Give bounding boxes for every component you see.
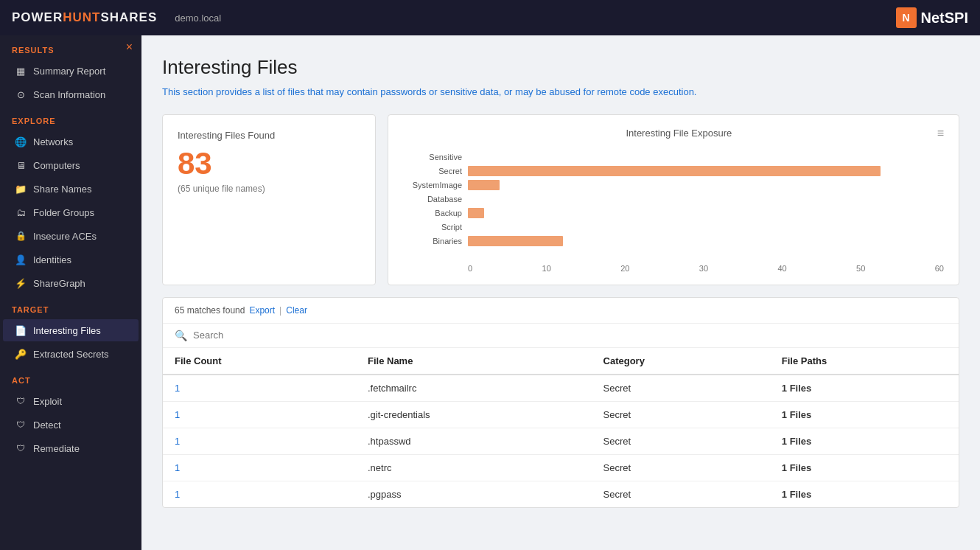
netspi-icon: N: [896, 7, 917, 28]
summary-report-icon: ▦: [15, 65, 27, 77]
sidebar-item-share-names[interactable]: 📁 Share Names: [3, 178, 139, 200]
bar-container: [468, 222, 944, 232]
axis-label: 30: [699, 264, 708, 273]
detect-icon: 🛡: [15, 419, 27, 431]
remediate-icon: 🛡: [15, 442, 27, 454]
networks-icon: 🌐: [15, 136, 27, 147]
table-row: 1.pgpassSecret1 Files: [163, 481, 959, 507]
brand-power: POWER: [12, 10, 63, 25]
table-section: 65 matches found Export | Clear 🔍 File C…: [162, 297, 959, 508]
sidebar-item-label: Computers: [33, 160, 127, 171]
main-layout: × RESULTS ▦ Summary Report ⊙ Scan Inform…: [0, 35, 980, 550]
sidebar-item-scan-information[interactable]: ⊙ Scan Information: [3, 83, 139, 105]
file-name-cell: .netrc: [356, 454, 592, 481]
search-input[interactable]: [193, 330, 947, 341]
chart-menu-icon[interactable]: ≡: [937, 127, 944, 140]
file-count-cell[interactable]: 1: [163, 401, 356, 428]
table-meta: 65 matches found Export | Clear: [163, 298, 959, 324]
col-header-file-name: File Name: [356, 348, 592, 375]
chart-title: Interesting File Exposure: [421, 128, 937, 139]
header-domain: demo.local: [175, 13, 221, 24]
bar-container: [468, 236, 944, 246]
netspi-text: NetSPI: [921, 10, 968, 27]
file-paths-cell: 1 Files: [770, 454, 959, 481]
sharegraph-icon: ⚡: [15, 277, 27, 289]
bar-row: Binaries: [403, 236, 944, 246]
sidebar-item-label: Insecure ACEs: [33, 231, 127, 242]
chart-axis-labels: 0102030405060: [468, 264, 944, 273]
bar-container: [468, 152, 944, 162]
brand-logo: POWERHUNTSHARES demo.local: [12, 10, 221, 25]
bar-fill: [468, 180, 500, 190]
insecure-aces-icon: 🔒: [15, 230, 27, 242]
sidebar-item-folder-groups[interactable]: 🗂 Folder Groups: [3, 201, 139, 223]
computers-icon: 🖥: [15, 159, 27, 171]
category-cell: Secret: [592, 375, 770, 402]
clear-link[interactable]: Clear: [286, 305, 307, 316]
sidebar-item-extracted-secrets[interactable]: 🔑 Extracted Secrets: [3, 343, 139, 365]
found-card-count: 83: [178, 148, 360, 179]
chart-axis: 0102030405060: [468, 264, 944, 273]
file-name-cell: .htpasswd: [356, 428, 592, 454]
file-name-cell: .git-credentials: [356, 401, 592, 428]
sidebar-item-computers[interactable]: 🖥 Computers: [3, 154, 139, 176]
sidebar-section-target: TARGET: [0, 295, 141, 318]
export-link[interactable]: Export: [249, 305, 275, 316]
bar-label: Script: [403, 223, 462, 232]
bar-fill: [468, 166, 881, 176]
sidebar-item-remediate[interactable]: 🛡 Remediate: [3, 437, 139, 459]
sidebar-item-label: Scan Information: [33, 89, 127, 100]
found-card-title: Interesting Files Found: [178, 130, 360, 141]
sidebar-item-identities[interactable]: 👤 Identities: [3, 248, 139, 271]
file-count-cell[interactable]: 1: [163, 454, 356, 481]
content-area: Interesting Files This section provides …: [141, 35, 980, 550]
sidebar-item-label: Identities: [33, 254, 127, 265]
folder-groups-icon: 🗂: [15, 206, 27, 218]
found-card-sub: (65 unique file names): [178, 184, 360, 194]
axis-label: 60: [935, 264, 944, 273]
sidebar: × RESULTS ▦ Summary Report ⊙ Scan Inform…: [0, 35, 141, 550]
table-meta-separator: |: [279, 305, 281, 316]
category-cell: Secret: [592, 454, 770, 481]
axis-label: 20: [620, 264, 629, 273]
page-subtitle: This section provides a list of files th…: [162, 85, 959, 100]
file-count-cell[interactable]: 1: [163, 428, 356, 454]
sidebar-item-interesting-files[interactable]: 📄 Interesting Files: [3, 319, 139, 341]
bar-row: SystemImage: [403, 180, 944, 190]
axis-label: 40: [777, 264, 786, 273]
table-row: 1.git-credentialsSecret1 Files: [163, 401, 959, 428]
file-count-cell[interactable]: 1: [163, 375, 356, 402]
category-cell: Secret: [592, 481, 770, 507]
sidebar-item-exploit[interactable]: 🛡 Exploit: [3, 390, 139, 412]
sidebar-item-label: ShareGraph: [33, 278, 127, 289]
file-name-cell: .pgpass: [356, 481, 592, 507]
category-cell: Secret: [592, 428, 770, 454]
bar-container: [468, 208, 944, 218]
brand-shares: SHARES: [100, 10, 157, 25]
axis-label: 0: [468, 264, 472, 273]
sidebar-item-label: Summary Report: [33, 66, 127, 77]
axis-label: 50: [856, 264, 865, 273]
col-header-file-paths: File Paths: [770, 348, 959, 375]
axis-label: 10: [542, 264, 551, 273]
bar-container: [468, 194, 944, 204]
table-row: 1.netrcSecret1 Files: [163, 454, 959, 481]
sidebar-item-label: Remediate: [33, 443, 127, 454]
sidebar-item-detect[interactable]: 🛡 Detect: [3, 414, 139, 436]
col-header-file-count: File Count: [163, 348, 356, 375]
bar-fill: [468, 208, 484, 218]
found-card: Interesting Files Found 83 (65 unique fi…: [162, 114, 376, 285]
interesting-files-icon: 📄: [15, 324, 27, 336]
file-count-cell[interactable]: 1: [163, 481, 356, 507]
bar-label: Binaries: [403, 237, 462, 246]
sidebar-item-insecure-aces[interactable]: 🔒 Insecure ACEs: [3, 225, 139, 247]
sidebar-item-networks[interactable]: 🌐 Networks: [3, 130, 139, 153]
extracted-secrets-icon: 🔑: [15, 348, 27, 360]
sidebar-item-sharegraph[interactable]: ⚡ ShareGraph: [3, 272, 139, 294]
table-row: 1.htpasswdSecret1 Files: [163, 428, 959, 454]
bar-row: Secret: [403, 166, 944, 176]
sidebar-close-button[interactable]: ×: [126, 41, 133, 53]
sidebar-item-summary-report[interactable]: ▦ Summary Report: [3, 60, 139, 82]
sidebar-item-label: Share Names: [33, 184, 127, 195]
table-meta-count: 65 matches found: [175, 305, 245, 316]
